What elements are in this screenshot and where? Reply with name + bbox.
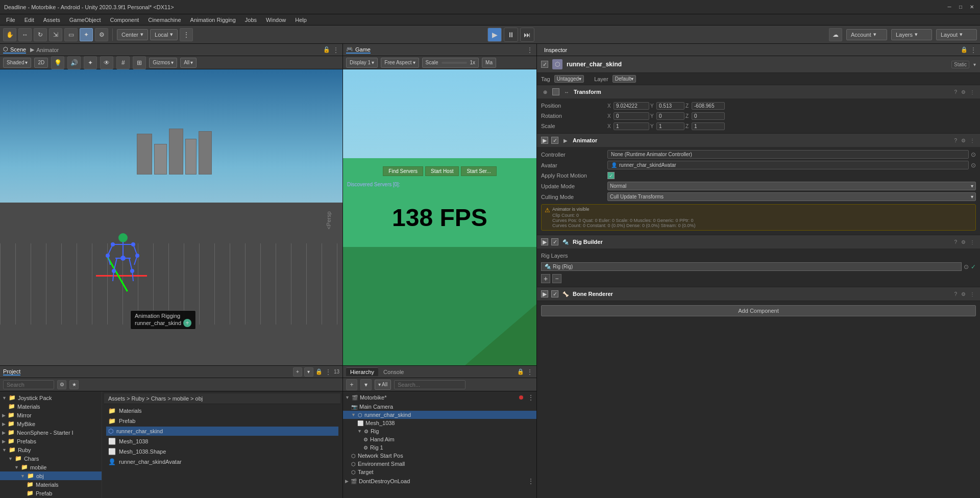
menu-window[interactable]: Window xyxy=(262,16,290,24)
hierarchy-more-icon[interactable]: ⋮ xyxy=(526,368,533,376)
rig-builder-help-btn[interactable]: ? xyxy=(953,239,958,245)
project-more-icon[interactable]: ⋮ xyxy=(325,368,332,376)
tree-item-mobile[interactable]: ▼📁 mobile xyxy=(0,463,102,471)
pivot-local-dropdown[interactable]: Local ▾ xyxy=(150,29,178,40)
pos-z-input[interactable] xyxy=(692,102,725,110)
menu-animation-rigging[interactable]: Animation Rigging xyxy=(186,16,240,24)
hierarchy-all-dropdown[interactable]: ▾ All xyxy=(375,380,391,390)
animator-active-checkbox[interactable]: ✓ xyxy=(551,137,558,144)
hierarchy-item-more[interactable]: ⋮ xyxy=(527,393,534,402)
inspector-lock-icon[interactable]: 🔒 xyxy=(961,46,968,53)
project-add-btn[interactable]: + xyxy=(293,367,302,377)
hier-item-target[interactable]: ⬡ Target xyxy=(343,468,536,476)
scene-grid-btn[interactable]: # xyxy=(116,56,130,69)
scene-hidden-btn[interactable]: 👁 xyxy=(100,56,113,69)
account-dropdown[interactable]: Account▾ xyxy=(846,29,887,40)
transform-more-btn[interactable]: ⋮ xyxy=(969,89,976,95)
scale-control[interactable]: Scale 1x xyxy=(422,58,479,68)
static-arrow[interactable]: ▾ xyxy=(973,62,976,67)
maximize-button[interactable]: □ xyxy=(957,3,965,11)
hier-item-network-start[interactable]: ⬡ Network Start Pos xyxy=(343,452,536,460)
layout-dropdown[interactable]: Layout▾ xyxy=(936,29,977,40)
tree-item-mybike[interactable]: ▶📁 MyBike xyxy=(0,419,102,428)
aspect-dropdown[interactable]: Free Aspect▾ xyxy=(381,58,419,68)
toolbar-rect-tool[interactable]: ▭ xyxy=(64,28,78,41)
hier-item-env-small[interactable]: ⬡ Environment Small xyxy=(343,460,536,468)
tree-item-neonsphere[interactable]: ▶📁 NeonSphere - Starter I xyxy=(0,428,102,437)
file-runner-avatar[interactable]: 👤 runner_char_skindAvatar xyxy=(106,457,338,466)
project-search-input[interactable] xyxy=(3,380,54,389)
rot-z-input[interactable] xyxy=(692,112,725,120)
game-more-icon[interactable]: ⋮ xyxy=(526,46,533,54)
bone-renderer-active-checkbox[interactable]: ✓ xyxy=(551,290,558,297)
toolbar-extra-btn[interactable]: ⋮ xyxy=(180,28,193,41)
object-active-checkbox[interactable]: ✓ xyxy=(541,61,548,68)
controller-target-icon[interactable]: ⊙ xyxy=(971,151,976,158)
tree-item-materials-obj[interactable]: 📁 Materials xyxy=(0,480,102,489)
find-servers-btn[interactable]: Find Servers xyxy=(383,166,423,176)
scene-more-icon[interactable]: ⋮ xyxy=(332,46,339,54)
controller-ref[interactable]: None (Runtime Animator Controller) xyxy=(607,150,969,159)
tree-item-ruby[interactable]: ▼📁 Ruby xyxy=(0,445,102,454)
update-mode-dropdown[interactable]: Normal▾ xyxy=(607,182,976,190)
menu-cinemachine[interactable]: Cinemachine xyxy=(144,16,185,24)
rig-builder-more-btn[interactable]: ⋮ xyxy=(969,239,976,245)
avatar-ref[interactable]: 👤 runner_char_skindAvatar xyxy=(607,161,969,169)
transform-active-checkbox[interactable] xyxy=(552,88,559,95)
all-dropdown[interactable]: All▾ xyxy=(180,58,197,68)
file-materials[interactable]: 📁 Materials xyxy=(106,406,338,415)
rig-item-check-btn[interactable]: ✓ xyxy=(971,263,976,270)
inspector-more-icon[interactable]: ⋮ xyxy=(970,46,977,54)
animator-expand-arrow[interactable]: ▶ xyxy=(541,137,548,144)
play-button[interactable]: ▶ xyxy=(487,28,502,42)
tree-item-materials-jp[interactable]: 📁 Materials xyxy=(0,402,102,411)
menu-gameobject[interactable]: GameObject xyxy=(65,16,105,24)
animator-settings-btn[interactable]: ⚙ xyxy=(960,138,967,143)
rot-y-input[interactable] xyxy=(656,112,684,120)
layer-dropdown[interactable]: Default▾ xyxy=(612,75,636,83)
bone-renderer-settings-btn[interactable]: ⚙ xyxy=(960,291,967,297)
tree-item-prefabs[interactable]: ▶📁 Prefabs xyxy=(0,437,102,445)
toolbar-move-tool[interactable]: ↔ xyxy=(18,28,32,41)
rig-builder-header[interactable]: ▶ ✓ 🔩 Rig Builder ? ⚙ ⋮ xyxy=(537,235,980,248)
toolbar-rotate-tool[interactable]: ↻ xyxy=(34,28,47,41)
animator-help-btn[interactable]: ? xyxy=(953,138,958,143)
file-mesh-1038-shape[interactable]: ⬜ Mesh_1038.Shape xyxy=(106,447,338,456)
close-button[interactable]: ✕ xyxy=(968,3,976,11)
hierarchy-extra-btn[interactable]: ▾ xyxy=(360,379,372,390)
hier-item-runner-char[interactable]: ▼ ⬡ runner_char_skind xyxy=(343,411,536,419)
toolbar-transform-tool[interactable]: ✦ xyxy=(80,28,93,41)
menu-assets[interactable]: Assets xyxy=(39,16,64,24)
tab-console[interactable]: Console xyxy=(379,368,408,376)
menu-jobs[interactable]: Jobs xyxy=(241,16,261,24)
start-server-btn[interactable]: Start Ser... xyxy=(461,166,496,176)
scene-vfx-btn[interactable]: ✦ xyxy=(84,56,97,69)
animator-more-btn[interactable]: ⋮ xyxy=(969,138,976,143)
toolbar-custom-tool[interactable]: ⚙ xyxy=(95,28,108,41)
project-filter-btn[interactable]: ⚙ xyxy=(57,380,66,389)
tooltip-add-icon[interactable]: + xyxy=(183,319,191,327)
hier-item-rig-1[interactable]: ⚙ Rig 1 xyxy=(343,443,536,452)
step-button[interactable]: ⏭ xyxy=(520,28,534,42)
display-dropdown[interactable]: Display 1▾ xyxy=(346,58,378,68)
tab-animator[interactable]: ▶ Animator xyxy=(30,46,59,53)
hierarchy-search-input[interactable] xyxy=(394,380,465,389)
static-badge[interactable]: Static xyxy=(951,61,969,68)
start-host-btn[interactable]: Start Host xyxy=(425,166,459,176)
tree-item-prefab-obj[interactable]: 📁 Prefab xyxy=(0,489,102,497)
tag-dropdown[interactable]: Untagged▾ xyxy=(554,75,584,83)
hier-item-main-camera[interactable]: 📷 Main Camera xyxy=(343,403,536,411)
project-sort-btn[interactable]: ▾ xyxy=(304,367,313,377)
pause-button[interactable]: ⏸ xyxy=(504,28,518,42)
bone-renderer-help-btn[interactable]: ? xyxy=(953,291,958,297)
minimize-button[interactable]: ─ xyxy=(945,3,953,11)
pos-x-input[interactable] xyxy=(614,102,649,110)
file-runner-char[interactable]: ⬡ runner_char_skind xyxy=(106,427,338,436)
scale-x-input[interactable] xyxy=(614,122,649,130)
project-bookmark-btn[interactable]: ★ xyxy=(69,380,79,389)
hierarchy-add-btn[interactable]: + xyxy=(346,379,357,390)
bone-renderer-more-btn[interactable]: ⋮ xyxy=(969,291,976,297)
hier-item-motorbike[interactable]: ▼ 🎬 Motorbike* ⋮ xyxy=(343,392,536,403)
add-component-button[interactable]: Add Component xyxy=(541,305,976,316)
hierarchy-lock-icon[interactable]: 🔒 xyxy=(517,368,524,375)
